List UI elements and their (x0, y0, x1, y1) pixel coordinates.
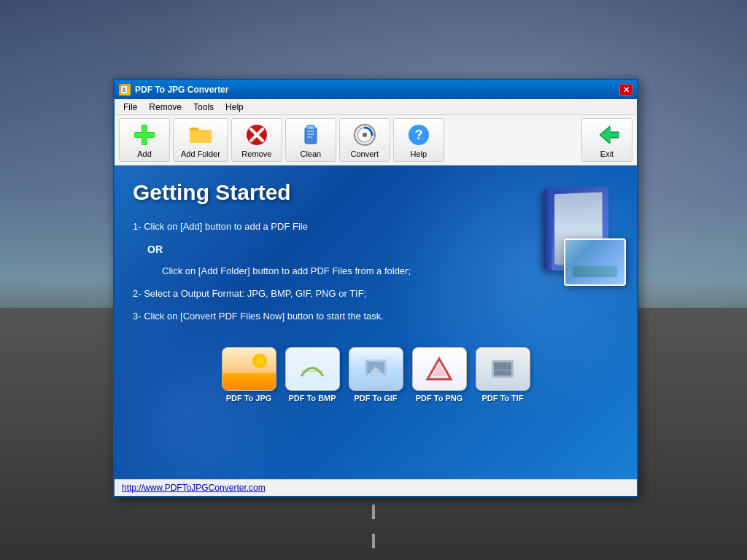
format-gif-icon (349, 347, 403, 391)
svg-rect-30 (494, 362, 511, 376)
format-bmp-button[interactable]: PDF To BMP (285, 347, 340, 402)
website-link[interactable]: http://www.PDFToJPGConverter.com (122, 483, 266, 493)
svg-rect-24 (301, 370, 323, 372)
jpg-sun (252, 354, 267, 368)
step-1b: Click on [Add Folder] button to add PDF … (162, 262, 483, 279)
format-png-label: PDF To PNG (416, 394, 463, 402)
add-button[interactable]: Add (119, 118, 170, 162)
format-gif-button[interactable]: PDF To GIF (349, 347, 403, 402)
format-jpg-icon (222, 347, 276, 391)
toolbar: Add Add Folder Remove (115, 115, 637, 166)
add-label: Add (137, 149, 152, 158)
remove-icon (244, 122, 270, 148)
add-folder-button[interactable]: Add Folder (173, 118, 228, 162)
exit-icon (594, 122, 620, 148)
photo-card (564, 238, 626, 286)
remove-button[interactable]: Remove (231, 118, 282, 162)
main-window: PDF To JPG Converter ✕ File Remove Tools… (113, 79, 638, 497)
statusbar: http://www.PDFToJPGConverter.com (115, 479, 637, 496)
svg-marker-23 (600, 127, 619, 143)
clean-button[interactable]: Clean (285, 118, 336, 162)
menu-file[interactable]: File (117, 101, 143, 114)
step-1: 1- Click on [Add] button to add a PDF Fi… (133, 218, 483, 235)
step-or: OR (147, 241, 483, 259)
window-title: PDF To JPG Converter (135, 85, 619, 95)
svg-point-19 (363, 133, 367, 137)
format-tif-button[interactable]: PDF To TIF (476, 347, 530, 402)
add-folder-label: Add Folder (181, 149, 220, 158)
svg-text:?: ? (414, 128, 422, 142)
book-illustration (542, 187, 608, 271)
menu-remove[interactable]: Remove (143, 101, 187, 114)
format-buttons: PDF To JPG PDF To BMP (133, 340, 619, 410)
svg-rect-7 (135, 133, 154, 137)
format-jpg-button[interactable]: PDF To JPG (222, 347, 276, 402)
step-2: 2- Select a Output Format: JPG, BMP, GIF… (133, 285, 483, 302)
exit-button[interactable]: Exit (581, 118, 632, 162)
format-tif-label: PDF To TIF (481, 394, 523, 402)
app-icon (119, 84, 131, 96)
remove-label: Remove (241, 149, 271, 158)
photo-card-inner (565, 240, 624, 284)
menu-help[interactable]: Help (220, 101, 249, 114)
format-jpg-label: PDF To JPG (226, 394, 272, 402)
format-tif-icon (476, 347, 530, 391)
convert-label: Convert (351, 149, 379, 158)
format-bmp-label: PDF To BMP (288, 394, 336, 402)
menu-tools[interactable]: Tools (187, 101, 220, 114)
add-icon (131, 122, 158, 148)
step-3: 3- Click on [Convert PDF Files Now] butt… (133, 308, 483, 324)
instructions: 1- Click on [Add] button to add a PDF Fi… (133, 218, 483, 325)
svg-rect-11 (305, 128, 317, 144)
convert-icon (352, 122, 378, 148)
format-gif-label: PDF To GIF (354, 394, 397, 402)
svg-rect-14 (307, 131, 314, 132)
convert-button[interactable]: Convert (339, 118, 390, 162)
titlebar: PDF To JPG Converter ✕ (115, 80, 637, 99)
exit-label: Exit (600, 149, 614, 158)
clean-label: Clean (300, 149, 321, 158)
help-icon: ? (406, 122, 432, 148)
format-png-button[interactable]: PDF To PNG (412, 347, 467, 402)
svg-rect-15 (307, 133, 314, 135)
clean-icon (298, 122, 324, 148)
format-bmp-icon (285, 347, 340, 391)
menubar: File Remove Tools Help (115, 99, 637, 115)
svg-point-13 (308, 126, 314, 129)
help-button[interactable]: ? Help (393, 118, 444, 162)
main-content: Getting Started 1- Click on [Add] button… (115, 166, 637, 479)
format-png-icon (412, 347, 467, 391)
help-label: Help (411, 149, 427, 158)
close-button[interactable]: ✕ (619, 84, 632, 96)
add-folder-icon (187, 122, 214, 148)
svg-rect-16 (307, 136, 312, 138)
